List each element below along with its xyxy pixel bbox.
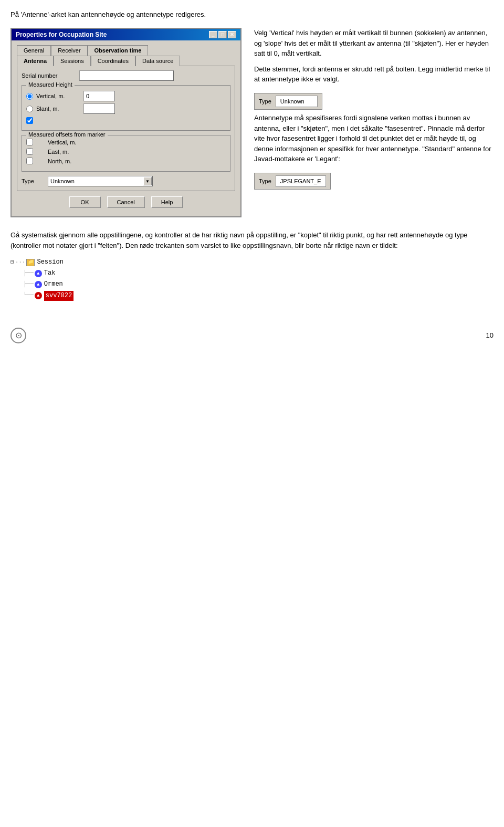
offset-north-checkbox[interactable] xyxy=(26,158,33,164)
tree-root-expand: ⊟ xyxy=(10,258,14,267)
footer-logo: ⊙ xyxy=(10,328,26,343)
tree-item-2: └── ▲ svv7022 xyxy=(10,290,494,301)
offset-north-label: North, m. xyxy=(48,158,71,164)
properties-dialog: Properties for Occupation Site _ □ ✕ Gen… xyxy=(10,28,242,217)
folder-icon: 📁 xyxy=(26,259,35,266)
dialog-titlebar: Properties for Occupation Site _ □ ✕ xyxy=(12,29,240,40)
inline-type-value2: JPSLEGANT_E xyxy=(276,175,326,187)
offset-east-row: East, m. xyxy=(26,148,226,155)
tree-item-1: ├── ▲ Ormen xyxy=(10,279,494,290)
inline-type-value: Unknown xyxy=(276,96,318,108)
minimize-button[interactable]: _ xyxy=(209,31,217,38)
offset-east-checkbox[interactable] xyxy=(26,148,33,155)
measured-height-legend: Measured Height xyxy=(26,81,75,88)
vert-checkbox[interactable] xyxy=(26,117,33,124)
dialog-title: Properties for Occupation Site xyxy=(16,31,107,38)
vertical-radio[interactable] xyxy=(26,93,33,100)
right-para2: Dette stemmer, fordi antenna er skrudd r… xyxy=(254,64,494,85)
tab-coordinates[interactable]: Coordinates xyxy=(91,56,135,66)
height-radio-group: Vertical, m. Slant, m. xyxy=(26,91,226,114)
tab-bar-top: General Receiver Observation time xyxy=(17,45,235,55)
vert-checkbox-row xyxy=(26,117,226,124)
slant-value-input[interactable] xyxy=(83,103,115,114)
offset-vertical-checkbox[interactable] xyxy=(26,139,33,145)
tree-item-label-1: Ormen xyxy=(44,279,63,289)
bottom-para1: Gå systematisk gjennom alle oppstillinge… xyxy=(10,230,494,250)
right-para1: Velg 'Vertical' hvis høyden er målt vert… xyxy=(254,28,494,59)
inline-type-label: Type xyxy=(259,97,271,106)
measured-height-fieldset: Measured Height Vertical, m. Slant, m. xyxy=(22,85,230,131)
inline-type-jps: Type JPSLEGANT_E xyxy=(254,173,331,190)
tree-view: ⊟ ··· 📁 Session ├── ▲ Tak ├── ▲ Ormen └─… xyxy=(10,257,494,301)
titlebar-buttons: _ □ ✕ xyxy=(209,31,236,38)
offset-east-label: East, m. xyxy=(48,149,69,155)
page-intro: På 'Antenne'-arket kan antennehøyde og a… xyxy=(10,11,494,18)
tab-data-source[interactable]: Data source xyxy=(135,56,180,66)
tree-item-label-0: Tak xyxy=(44,268,56,278)
type-row: Type Unknown ▼ xyxy=(22,176,230,186)
inline-type-unknown: Type Unknown xyxy=(254,93,322,110)
type-label: Type xyxy=(22,178,48,184)
vertical-label: Vertical, m. xyxy=(36,93,83,99)
page-footer: ⊙ 10 xyxy=(10,322,494,343)
offsets-legend: Measured offsets from marker xyxy=(26,131,108,138)
offsets-fieldset: Measured offsets from marker Vertical, m… xyxy=(22,135,230,172)
tab-antenna[interactable]: Antenna xyxy=(17,56,54,66)
slant-radio-row: Slant, m. xyxy=(26,103,226,114)
offset-vertical-row: Vertical, m. xyxy=(26,139,226,145)
offset-north-row: North, m. xyxy=(26,158,226,164)
slant-radio[interactable] xyxy=(26,106,33,112)
tab-bar-bottom: Antenna Sessions Coordinates Data source xyxy=(17,55,235,66)
serial-row: Serial number xyxy=(22,70,230,81)
right-content: Velg 'Vertical' hvis høyden er målt vert… xyxy=(254,28,494,217)
flag-icon-svv: ▲ xyxy=(35,292,42,299)
flag-icon-tak: ▲ xyxy=(35,270,42,277)
cancel-button[interactable]: Cancel xyxy=(107,196,145,208)
tab-receiver[interactable]: Receiver xyxy=(51,45,87,56)
ok-button[interactable]: OK xyxy=(69,196,101,208)
right-para3: Antennetype må spesifiseres fordi signal… xyxy=(254,113,494,164)
tree-root: ⊟ ··· 📁 Session xyxy=(10,257,494,268)
help-button[interactable]: Help xyxy=(151,196,183,208)
bottom-text: Gå systematisk gjennom alle oppstillinge… xyxy=(10,230,494,301)
tab-sessions[interactable]: Sessions xyxy=(54,56,91,66)
type-select-wrapper: Unknown ▼ xyxy=(48,176,153,186)
close-button[interactable]: ✕ xyxy=(228,31,236,38)
tab-general[interactable]: General xyxy=(17,45,51,56)
maximize-button[interactable]: □ xyxy=(218,31,227,38)
vertical-value-input[interactable] xyxy=(83,91,115,101)
footer-page-number: 10 xyxy=(486,331,494,339)
tree-item-label-2: svv7022 xyxy=(44,291,74,301)
tab-observation-time[interactable]: Observation time xyxy=(88,45,149,56)
slant-label: Slant, m. xyxy=(36,106,83,112)
offset-vertical-label: Vertical, m. xyxy=(48,139,76,145)
tree-root-label: Session xyxy=(37,257,63,267)
flag-icon-ormen: ▲ xyxy=(35,281,42,288)
serial-number-input[interactable] xyxy=(79,70,174,81)
dialog-buttons: OK Cancel Help xyxy=(17,191,235,211)
tab-content: Serial number Measured Height Vertical, … xyxy=(17,66,235,191)
inline-type-label2: Type xyxy=(259,177,271,186)
vertical-radio-row: Vertical, m. xyxy=(26,91,226,101)
tree-item-0: ├── ▲ Tak xyxy=(10,268,494,279)
type-select[interactable]: Unknown xyxy=(48,176,153,186)
serial-label: Serial number xyxy=(22,72,79,79)
